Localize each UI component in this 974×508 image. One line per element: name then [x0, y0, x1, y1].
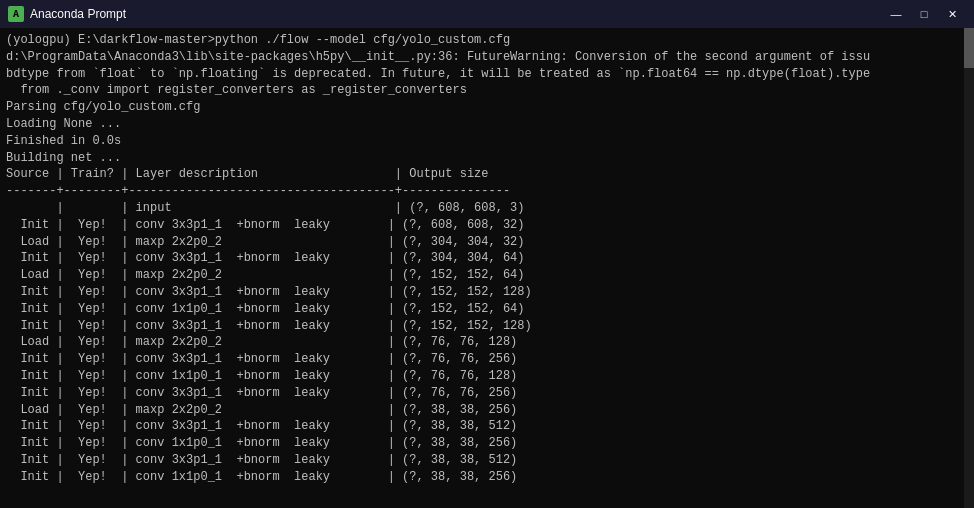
terminal-line: Source | Train? | Layer description | Ou… [6, 166, 968, 183]
terminal-line: Load | Yep! | maxp 2x2p0_2 | (?, 304, 30… [6, 234, 968, 251]
terminal-line: -------+--------+-----------------------… [6, 183, 968, 200]
terminal-line: Init | Yep! | conv 1x1p0_1 +bnorm leaky … [6, 435, 968, 452]
terminal-line: Finished in 0.0s [6, 133, 968, 150]
scrollbar[interactable] [964, 28, 974, 508]
terminal-line: bdtype from `float` to `np.floating` is … [6, 66, 968, 83]
window-controls: — □ ✕ [882, 4, 966, 24]
terminal-line: Parsing cfg/yolo_custom.cfg [6, 99, 968, 116]
terminal-line: Loading None ... [6, 116, 968, 133]
window-title: Anaconda Prompt [30, 7, 882, 21]
minimize-button[interactable]: — [882, 4, 910, 24]
terminal-line: from ._conv import register_converters a… [6, 82, 968, 99]
terminal-line: | | input | (?, 608, 608, 3) [6, 200, 968, 217]
terminal-output: (yologpu) E:\darkflow-master>python ./fl… [6, 32, 968, 486]
close-button[interactable]: ✕ [938, 4, 966, 24]
terminal-line: d:\ProgramData\Anaconda3\lib\site-packag… [6, 49, 968, 66]
title-bar: A Anaconda Prompt — □ ✕ [0, 0, 974, 28]
terminal-line: Init | Yep! | conv 1x1p0_1 +bnorm leaky … [6, 301, 968, 318]
terminal-line: Building net ... [6, 150, 968, 167]
terminal-line: Init | Yep! | conv 1x1p0_1 +bnorm leaky … [6, 469, 968, 486]
anaconda-prompt-window: A Anaconda Prompt — □ ✕ (yologpu) E:\dar… [0, 0, 974, 508]
terminal-line: Init | Yep! | conv 3x3p1_1 +bnorm leaky … [6, 318, 968, 335]
terminal-line: Load | Yep! | maxp 2x2p0_2 | (?, 152, 15… [6, 267, 968, 284]
terminal-line: Init | Yep! | conv 3x3p1_1 +bnorm leaky … [6, 385, 968, 402]
terminal-line: (yologpu) E:\darkflow-master>python ./fl… [6, 32, 968, 49]
terminal-line: Init | Yep! | conv 1x1p0_1 +bnorm leaky … [6, 368, 968, 385]
maximize-button[interactable]: □ [910, 4, 938, 24]
terminal-line: Init | Yep! | conv 3x3p1_1 +bnorm leaky … [6, 250, 968, 267]
terminal-line: Load | Yep! | maxp 2x2p0_2 | (?, 76, 76,… [6, 334, 968, 351]
terminal-area[interactable]: (yologpu) E:\darkflow-master>python ./fl… [0, 28, 974, 508]
app-icon: A [8, 6, 24, 22]
terminal-line: Init | Yep! | conv 3x3p1_1 +bnorm leaky … [6, 351, 968, 368]
terminal-line: Init | Yep! | conv 3x3p1_1 +bnorm leaky … [6, 284, 968, 301]
terminal-line: Init | Yep! | conv 3x3p1_1 +bnorm leaky … [6, 452, 968, 469]
scrollbar-thumb[interactable] [964, 28, 974, 68]
terminal-line: Load | Yep! | maxp 2x2p0_2 | (?, 38, 38,… [6, 402, 968, 419]
terminal-line: Init | Yep! | conv 3x3p1_1 +bnorm leaky … [6, 217, 968, 234]
terminal-line: Init | Yep! | conv 3x3p1_1 +bnorm leaky … [6, 418, 968, 435]
